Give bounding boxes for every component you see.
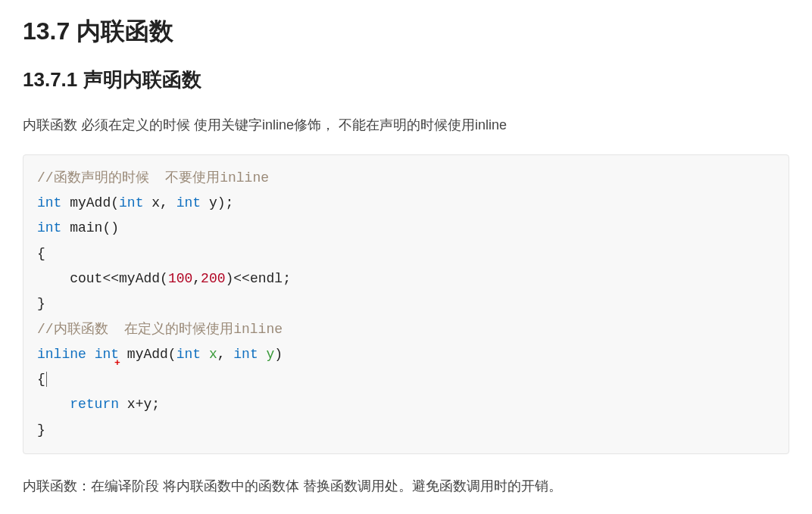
code-block: //函数声明的时候 不要使用inline int myAdd(int x, in… <box>23 154 789 454</box>
kw-int: int <box>233 347 258 362</box>
ret-y: y <box>143 397 151 412</box>
ret-x: x <box>127 397 136 412</box>
param-y: y <box>209 195 217 210</box>
kw-inline: inline <box>37 347 86 362</box>
num-100: 100 <box>168 271 192 286</box>
kw-return: return <box>70 397 119 412</box>
kw-int: int <box>176 347 201 362</box>
kw-int: int <box>37 220 61 235</box>
param-x: x <box>151 195 160 210</box>
id-endl: endl <box>250 271 283 286</box>
outro-paragraph: 内联函数：在编译阶段 将内联函数中的函数体 替换函数调用处。避免函数调用时的开销… <box>23 475 789 497</box>
kw-int: int <box>119 195 143 210</box>
fn-main: main <box>70 220 102 235</box>
fn-myadd-decl: myAdd <box>70 195 111 210</box>
code-comment-1: //函数声明的时候 不要使用inline <box>37 170 269 185</box>
subsection-heading: 13.7.1 声明内联函数 <box>23 67 789 93</box>
param-x: x <box>209 347 217 362</box>
section-heading: 13.7 内联函数 <box>23 15 789 48</box>
fn-myadd-def: myAdd <box>127 347 168 362</box>
kw-int: int <box>176 195 201 210</box>
param-y: y <box>267 347 275 362</box>
code-comment-2: //内联函数 在定义的时候使用inline <box>37 322 283 337</box>
kw-int: int <box>37 195 61 210</box>
intro-paragraph: 内联函数 必须在定义的时候 使用关键字inline修饰， 不能在声明的时候使用i… <box>23 114 789 136</box>
text-cursor <box>46 372 55 387</box>
num-200: 200 <box>201 271 225 286</box>
fn-myadd-call: myAdd <box>119 271 160 286</box>
id-cout: cout <box>70 271 102 286</box>
